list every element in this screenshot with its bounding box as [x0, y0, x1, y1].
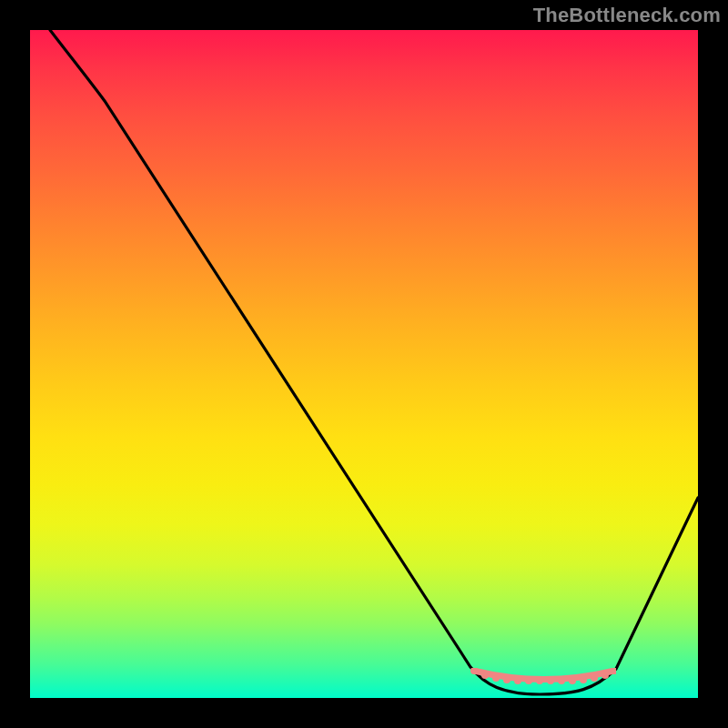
optimal-region-highlight	[470, 668, 616, 684]
optimal-dots	[470, 668, 616, 684]
svg-point-12	[602, 672, 609, 679]
svg-point-3	[503, 676, 511, 683]
curve-path	[50, 30, 698, 694]
svg-point-5	[525, 677, 532, 684]
watermark-text: TheBottleneck.com	[533, 4, 721, 27]
svg-point-11	[591, 674, 598, 682]
svg-point-1	[481, 672, 489, 679]
svg-point-4	[514, 677, 521, 684]
svg-point-2	[492, 674, 500, 682]
bottleneck-curve	[30, 30, 698, 698]
chart-plot-area	[30, 30, 698, 698]
svg-point-13	[611, 668, 616, 674]
svg-point-7	[547, 677, 554, 684]
svg-point-8	[558, 677, 565, 684]
svg-point-0	[470, 668, 478, 674]
svg-point-10	[580, 676, 587, 683]
svg-point-6	[536, 677, 543, 684]
svg-point-9	[569, 677, 576, 684]
optimal-band-stroke	[474, 671, 614, 680]
